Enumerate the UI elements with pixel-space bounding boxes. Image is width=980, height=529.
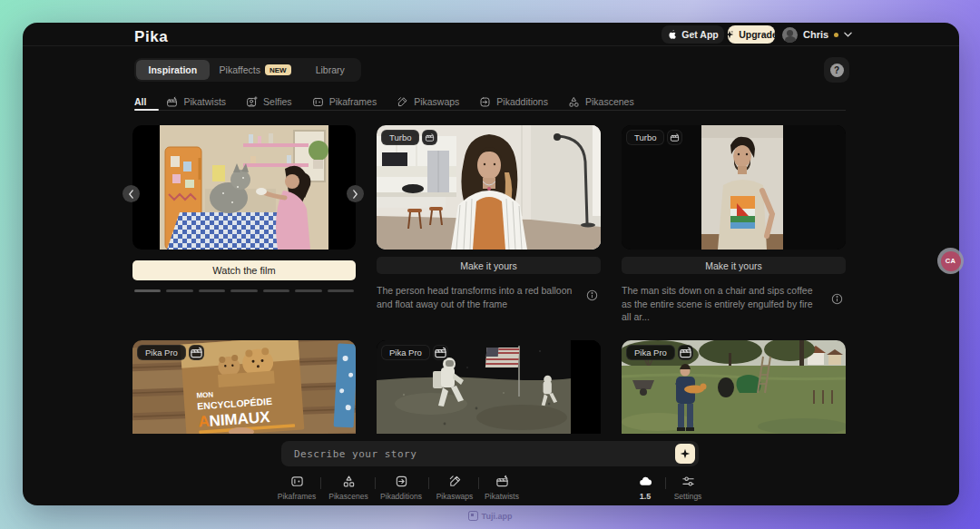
pikatwists-badge-icon bbox=[422, 130, 437, 145]
nav-pikatwists-label: Pikatwists bbox=[485, 492, 519, 501]
filter-selfies[interactable]: Selfies bbox=[246, 96, 292, 108]
nav-settings[interactable]: Settings bbox=[659, 475, 717, 501]
get-app-label: Get App bbox=[681, 29, 718, 40]
story-composer bbox=[281, 441, 699, 466]
pikatwists-badge-icon bbox=[678, 345, 693, 360]
pikatwists-badge-icon bbox=[189, 345, 204, 360]
pikadditions-icon bbox=[479, 96, 491, 108]
tab-pikaffects[interactable]: Pikaffects NEW bbox=[210, 60, 301, 80]
badges: Turbo bbox=[626, 130, 682, 145]
generate-button[interactable] bbox=[675, 444, 695, 464]
tab-library[interactable]: Library bbox=[300, 60, 359, 80]
user-menu[interactable]: Chris bbox=[782, 26, 852, 43]
filter-all-label: All bbox=[134, 96, 146, 107]
pro-card-garden[interactable]: Pika Pro bbox=[622, 340, 846, 434]
watermark-icon bbox=[468, 511, 478, 521]
pika-pro-badge: Pika Pro bbox=[626, 345, 675, 360]
filter-pikadditions-label: Pikadditions bbox=[496, 96, 548, 107]
pika-logo: Pika bbox=[134, 28, 168, 46]
cloud-icon bbox=[639, 475, 652, 488]
tab-inspiration[interactable]: Inspiration bbox=[136, 60, 210, 80]
badges: Pika Pro bbox=[137, 345, 204, 360]
make-it-yours-button[interactable]: Make it yours bbox=[622, 257, 846, 274]
make-it-yours-button[interactable]: Make it yours bbox=[377, 257, 601, 274]
pikaframes-icon bbox=[312, 96, 324, 108]
filter-pikaswaps-label: Pikaswaps bbox=[414, 96, 459, 107]
pro-card-book[interactable]: Pika Pro bbox=[132, 340, 356, 434]
nav-pikaframes[interactable]: Pikaframes bbox=[268, 475, 326, 501]
filter-pikaswaps[interactable]: Pikaswaps bbox=[397, 96, 459, 108]
pro-card-moon[interactable]: Pika Pro bbox=[377, 340, 601, 434]
ca-extension-icon: CA bbox=[941, 251, 961, 271]
carousel-prev-button[interactable] bbox=[122, 185, 140, 202]
watch-the-film-button[interactable]: Watch the film bbox=[132, 260, 356, 280]
pagination-dash[interactable] bbox=[230, 289, 257, 292]
tab-library-label: Library bbox=[316, 64, 345, 75]
pagination-dash[interactable] bbox=[134, 289, 161, 292]
user-avatar bbox=[782, 27, 798, 43]
pika-pro-badge: Pika Pro bbox=[137, 345, 186, 360]
filter-tabs: All Pikatwists Selfies Pikaframes bbox=[134, 93, 634, 111]
pagination-dash[interactable] bbox=[328, 289, 354, 292]
fire-video-thumbnail[interactable]: Turbo bbox=[622, 125, 846, 250]
info-icon[interactable] bbox=[831, 292, 843, 304]
nav-settings-label: Settings bbox=[674, 492, 702, 501]
nav-pikascenes-label: Pikascenes bbox=[328, 492, 368, 501]
selfies-icon bbox=[246, 96, 258, 108]
carousel-pagination bbox=[132, 289, 356, 292]
pikatwists-badge-icon bbox=[433, 345, 448, 360]
balloon-video-thumbnail[interactable]: Turbo bbox=[377, 125, 601, 250]
inspiration-card-fire: Turbo bbox=[622, 125, 846, 324]
filter-row-divider bbox=[134, 110, 846, 111]
filter-all[interactable]: All bbox=[134, 96, 146, 107]
filter-pikatwists-label: Pikatwists bbox=[183, 96, 226, 107]
upgrade-label: Upgrade bbox=[739, 29, 778, 40]
upgrade-button[interactable]: Upgrade bbox=[728, 25, 775, 44]
featured-film-card: Watch the film bbox=[132, 125, 356, 292]
kitchen-cat-scene bbox=[160, 125, 328, 250]
side-extension-button[interactable]: CA bbox=[937, 248, 964, 274]
filter-pikascenes[interactable]: Pikascenes bbox=[568, 96, 634, 108]
desktop-background: Pika Get App Upgrade Chris Inspira bbox=[0, 0, 980, 529]
story-input[interactable] bbox=[292, 447, 675, 461]
apple-icon bbox=[667, 29, 677, 40]
sparkle-icon bbox=[725, 30, 734, 39]
new-badge: NEW bbox=[265, 64, 291, 75]
info-icon[interactable] bbox=[586, 289, 598, 300]
prompt-caption: The man sits down on a chair and sips co… bbox=[622, 284, 821, 324]
pika-pro-badge: Pika Pro bbox=[381, 345, 430, 360]
filter-pikaframes-label: Pikaframes bbox=[329, 96, 377, 107]
pikascenes-icon bbox=[568, 96, 580, 108]
nav-pikascenes[interactable]: Pikascenes bbox=[319, 475, 377, 501]
nav-pikatwists[interactable]: Pikatwists bbox=[473, 475, 531, 501]
watermark: Tuji.app bbox=[0, 511, 980, 521]
pagination-dash[interactable] bbox=[199, 289, 225, 292]
header-divider bbox=[23, 45, 959, 46]
pagination-dash[interactable] bbox=[166, 289, 192, 292]
model-version-label: 1.5 bbox=[640, 492, 652, 501]
filter-pikaframes[interactable]: Pikaframes bbox=[312, 96, 377, 108]
nav-pikadditions[interactable]: Pikadditions bbox=[372, 475, 430, 501]
pikaswaps-icon bbox=[397, 96, 408, 108]
get-app-button[interactable]: Get App bbox=[662, 25, 724, 44]
credits-dot bbox=[834, 33, 838, 37]
prompt-caption: The person head transforms into a red ba… bbox=[377, 284, 576, 310]
question-mark-icon: ? bbox=[830, 64, 844, 77]
help-button[interactable]: ? bbox=[824, 57, 849, 83]
nav-pikadditions-label: Pikadditions bbox=[380, 492, 422, 501]
watermark-label: Tuji.app bbox=[482, 512, 513, 521]
pagination-dash[interactable] bbox=[263, 289, 289, 292]
settings-icon bbox=[681, 475, 695, 488]
badges: Pika Pro bbox=[626, 345, 693, 360]
nav-pikaswaps-label: Pikaswaps bbox=[436, 492, 474, 501]
filter-pikatwists[interactable]: Pikatwists bbox=[166, 96, 226, 108]
chevron-down-icon bbox=[844, 32, 852, 37]
tab-pikaffects-label: Pikaffects bbox=[220, 64, 260, 75]
pika-app-window: Pika Get App Upgrade Chris Inspira bbox=[23, 23, 959, 505]
filter-pikadditions[interactable]: Pikadditions bbox=[479, 96, 548, 108]
turbo-badge: Turbo bbox=[381, 130, 419, 145]
carousel-next-button[interactable] bbox=[347, 185, 364, 202]
active-filter-underline bbox=[134, 109, 159, 111]
pagination-dash[interactable] bbox=[295, 289, 321, 292]
featured-film-thumbnail[interactable] bbox=[132, 125, 356, 250]
